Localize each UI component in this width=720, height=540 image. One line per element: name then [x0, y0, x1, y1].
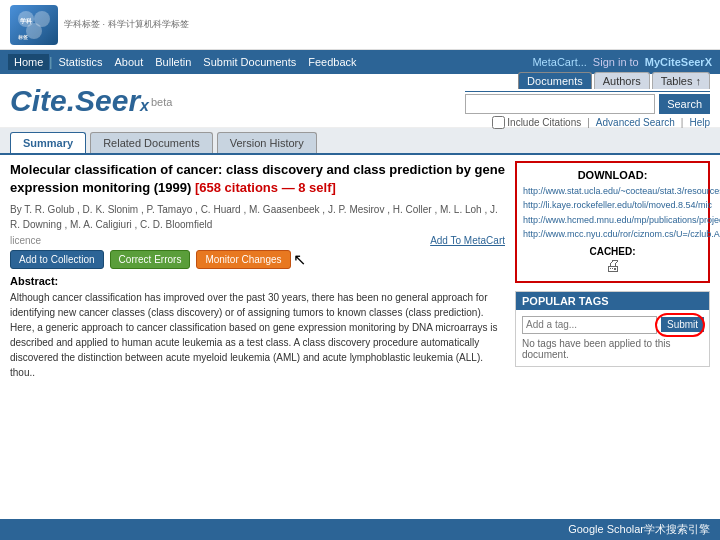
- svg-point-2: [26, 23, 42, 39]
- search-input-row: Search: [465, 91, 710, 114]
- download-link-2[interactable]: http://www.hcmed.mnu.edu/mp/publications…: [523, 213, 702, 227]
- paper-title: Molecular classification of cancer: clas…: [10, 161, 505, 197]
- nav-right: MetaCart... Sign in to MyCiteSeerX: [532, 56, 712, 68]
- download-link-0[interactable]: http://www.stat.ucla.edu/~cocteau/stat.3…: [523, 184, 702, 198]
- tab-version-history[interactable]: Version History: [217, 132, 317, 153]
- help-link[interactable]: Help: [689, 117, 710, 128]
- nav-feedback[interactable]: Feedback: [302, 54, 362, 70]
- nav-bulletin[interactable]: Bulletin: [149, 54, 197, 70]
- download-label: DOWNLOAD:: [523, 169, 702, 181]
- action-buttons: Add to Collection Correct Errors Monitor…: [10, 250, 505, 269]
- search-options: Include Citations | Advanced Search | He…: [492, 116, 710, 129]
- search-tab-tables[interactable]: Tables ↑: [652, 72, 710, 89]
- cached-label: CACHED:: [523, 246, 702, 257]
- include-citations-checkbox[interactable]: [492, 116, 505, 129]
- nav-statistics[interactable]: Statistics: [52, 54, 108, 70]
- footer: Google Scholar学术搜索引擎: [0, 519, 720, 540]
- citeseer-header: Cite.Seerxbeta Documents Authors Tables …: [0, 74, 720, 128]
- svg-text:学科: 学科: [20, 17, 33, 24]
- search-tab-documents[interactable]: Documents: [518, 72, 592, 89]
- nav-signin-prefix: Sign in to: [593, 56, 639, 68]
- search-input[interactable]: [465, 94, 655, 114]
- citeseer-logo-area: Cite.Seerxbeta: [10, 84, 172, 118]
- licence-text: licence: [10, 235, 41, 246]
- download-links: http://www.stat.ucla.edu/~cocteau/stat.3…: [523, 184, 702, 242]
- monitor-changes-button[interactable]: Monitor Changes: [196, 250, 290, 269]
- main-content: Molecular classification of cancer: clas…: [0, 155, 720, 386]
- no-tags-message: No tags have been applied to this docume…: [522, 338, 703, 360]
- cursor-icon: ↖: [293, 250, 306, 269]
- site-logo-icon: 学科 标签: [10, 5, 58, 45]
- download-link-1[interactable]: http://li.kaye.rockefeller.edu/toli/move…: [523, 198, 702, 212]
- navigation-bar: Home | Statistics About Bulletin Submit …: [0, 50, 720, 74]
- nav-submit[interactable]: Submit Documents: [197, 54, 302, 70]
- metacart-link[interactable]: MetaCart...: [532, 56, 586, 68]
- nav-about[interactable]: About: [108, 54, 149, 70]
- popular-tags-label: POPULAR TAGS: [516, 292, 709, 310]
- search-tabs: Documents Authors Tables ↑: [518, 72, 710, 89]
- cached-icon: 🖨: [523, 257, 702, 275]
- abstract-text: Although cancer classification has impro…: [10, 290, 505, 380]
- add-metacart-link[interactable]: Add To MetaCart: [430, 235, 505, 246]
- content-tabs: Summary Related Documents Version Histor…: [0, 128, 720, 155]
- footer-text: Google Scholar学术搜索引擎: [568, 523, 710, 535]
- logo-text-area: 学科标签 · 科学计算机科学标签: [64, 18, 189, 31]
- advanced-search-link[interactable]: Advanced Search: [596, 117, 675, 128]
- citation-badge: [658 citations — 8 self]: [195, 180, 336, 195]
- search-button[interactable]: Search: [659, 94, 710, 114]
- citeseer-logo-text: Cite.Seer: [10, 84, 140, 117]
- tag-input[interactable]: [522, 316, 657, 334]
- svg-text:标签: 标签: [17, 34, 29, 40]
- nav-home[interactable]: Home: [8, 54, 49, 70]
- popular-tags-box: POPULAR TAGS Submit No tags have been ap…: [515, 291, 710, 367]
- left-column: Molecular classification of cancer: clas…: [10, 161, 505, 380]
- beta-label: beta: [151, 96, 172, 108]
- right-column: DOWNLOAD: http://www.stat.ucla.edu/~coct…: [515, 161, 710, 380]
- tab-summary[interactable]: Summary: [10, 132, 86, 153]
- authors: By T. R. Golub , D. K. Slonim , P. Tamay…: [10, 202, 505, 232]
- correct-errors-button[interactable]: Correct Errors: [110, 250, 191, 269]
- logo-area: 学科 标签 学科标签 · 科学计算机科学标签: [10, 5, 189, 45]
- tag-submit-button[interactable]: Submit: [661, 317, 704, 332]
- nav-signin-link[interactable]: MyCiteSeerX: [645, 56, 712, 68]
- search-area: Documents Authors Tables ↑ Search Includ…: [465, 72, 710, 129]
- logo-chinese-text: 学科标签 · 科学计算机科学标签: [64, 18, 189, 31]
- abstract-label: Abstract:: [10, 275, 505, 287]
- tab-related-documents[interactable]: Related Documents: [90, 132, 213, 153]
- tag-input-area: Submit No tags have been applied to this…: [516, 316, 709, 360]
- add-collection-button[interactable]: Add to Collection: [10, 250, 104, 269]
- search-tab-authors[interactable]: Authors: [594, 72, 650, 89]
- download-box: DOWNLOAD: http://www.stat.ucla.edu/~coct…: [515, 161, 710, 283]
- include-citations-label[interactable]: Include Citations: [492, 116, 581, 129]
- download-link-3[interactable]: http://www.mcc.nyu.cdu/ror/ciznom.cs/U=/…: [523, 227, 702, 241]
